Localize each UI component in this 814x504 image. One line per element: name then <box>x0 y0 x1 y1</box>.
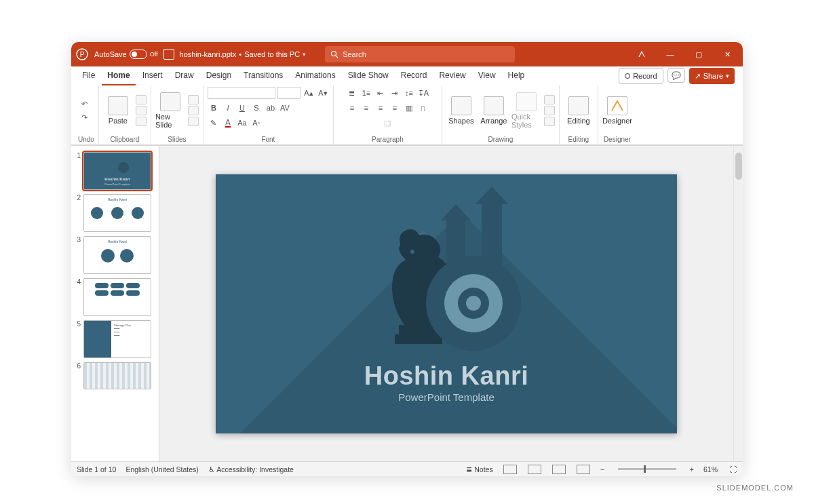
bold-button[interactable]: B <box>208 102 220 114</box>
tab-animations[interactable]: Animations <box>290 66 341 85</box>
coming-soon-icon[interactable] <box>630 42 653 66</box>
slide-counter[interactable]: Slide 1 of 10 <box>77 465 116 473</box>
vertical-scrollbar[interactable] <box>733 146 743 461</box>
align-text-button[interactable]: ⎍ <box>417 102 429 114</box>
maximize-button[interactable]: ▢ <box>687 42 710 66</box>
tab-review[interactable]: Review <box>433 66 471 85</box>
font-family-select[interactable] <box>208 87 275 99</box>
thumbnail-row[interactable]: 1 Hoshin Kanri PowerPoint Template <box>71 150 159 192</box>
autosave-toggle[interactable]: AutoSave Off <box>94 50 158 59</box>
cut-button[interactable] <box>136 95 147 104</box>
paste-button[interactable]: Paste <box>103 96 133 125</box>
convert-smartart-button[interactable]: ⬚ <box>381 117 393 129</box>
increase-indent-button[interactable]: ⇥ <box>389 87 401 99</box>
text-direction-button[interactable]: ↧A <box>417 87 429 99</box>
minimize-button[interactable]: — <box>659 42 682 66</box>
redo-button[interactable]: ↷ <box>78 111 90 123</box>
clear-format-button[interactable]: A◦ <box>250 117 263 129</box>
tab-insert[interactable]: Insert <box>137 66 168 85</box>
scrollbar-thumb[interactable] <box>735 153 742 180</box>
slide-canvas[interactable]: Hoshin Kanri PowerPoint Template <box>216 174 677 433</box>
editing-button[interactable]: Editing <box>564 96 594 125</box>
change-case-button[interactable]: Aa <box>236 117 248 129</box>
comments-button[interactable]: 💬 <box>667 68 685 83</box>
shadow-button[interactable]: ab <box>265 102 277 114</box>
line-spacing-button[interactable]: ↕≡ <box>403 87 415 99</box>
tab-design[interactable]: Design <box>201 66 237 85</box>
thumbnail-row[interactable]: 6 <box>71 360 159 391</box>
tab-transitions[interactable]: Transitions <box>238 66 288 85</box>
layout-button[interactable] <box>188 95 199 104</box>
align-left-button[interactable]: ≡ <box>346 102 358 114</box>
underline-button[interactable]: U <box>236 102 248 114</box>
decrease-indent-button[interactable]: ⇤ <box>374 87 387 99</box>
align-center-button[interactable]: ≡ <box>360 102 372 114</box>
slide-thumbnail-1[interactable]: Hoshin Kanri PowerPoint Template <box>83 152 151 190</box>
undo-button[interactable]: ↶ <box>78 98 90 110</box>
thumbnail-row[interactable]: 2 Hoshin Kanri <box>71 192 159 234</box>
format-painter-button[interactable] <box>136 117 147 126</box>
shape-fill-button[interactable] <box>544 95 555 104</box>
document-title[interactable]: hoshin-kanri.pptx • Saved to this PC ▾ <box>180 50 307 58</box>
normal-view-button[interactable] <box>503 465 517 474</box>
shapes-button[interactable]: Shapes <box>446 96 476 125</box>
numbering-button[interactable]: 1≡ <box>360 87 372 99</box>
zoom-knob[interactable] <box>644 465 646 473</box>
tab-home[interactable]: Home <box>102 66 135 85</box>
slide-thumbnail-3[interactable]: Hoshin Kanri <box>83 236 151 274</box>
share-button[interactable]: ↗Share▾ <box>689 68 735 84</box>
close-button[interactable]: ✕ <box>716 42 739 66</box>
slide-thumbnail-4[interactable] <box>83 278 151 316</box>
tab-draw[interactable]: Draw <box>170 66 199 85</box>
save-icon[interactable] <box>163 49 174 60</box>
font-size-select[interactable] <box>277 87 301 99</box>
shape-effects-button[interactable] <box>544 117 555 126</box>
tab-view[interactable]: View <box>473 66 501 85</box>
thumbnail-row[interactable]: 3 Hoshin Kanri <box>71 234 159 276</box>
tab-slideshow[interactable]: Slide Show <box>343 66 394 85</box>
justify-button[interactable]: ≡ <box>389 102 401 114</box>
tab-file[interactable]: File <box>77 66 100 85</box>
thumbnail-row[interactable]: 4 <box>71 276 159 318</box>
bullets-button[interactable]: ≣ <box>346 87 358 99</box>
slide-thumbnail-panel[interactable]: 1 Hoshin Kanri PowerPoint Template 2 Hos… <box>71 146 159 461</box>
slide-thumbnail-2[interactable]: Hoshin Kanri <box>83 194 151 232</box>
increase-font-button[interactable]: A▴ <box>303 87 315 99</box>
slide-canvas-area[interactable]: Hoshin Kanri PowerPoint Template <box>159 146 733 461</box>
quick-styles-button[interactable]: Quick Styles <box>511 92 541 129</box>
font-color-button[interactable]: A <box>222 117 234 129</box>
columns-button[interactable]: ▥ <box>403 102 415 114</box>
section-button[interactable] <box>188 117 199 126</box>
align-right-button[interactable]: ≡ <box>374 102 387 114</box>
copy-button[interactable] <box>136 106 147 115</box>
slide-thumbnail-5[interactable]: Strategic Plan━━━━━━━━━━━━ <box>83 320 151 358</box>
new-slide-button[interactable]: New Slide <box>155 92 185 129</box>
zoom-in-button[interactable]: + <box>690 465 694 473</box>
notes-button[interactable]: ≣ Notes <box>466 465 492 473</box>
zoom-percent[interactable]: 61% <box>703 465 718 473</box>
fit-window-button[interactable]: ⛶ <box>730 465 737 473</box>
language-status[interactable]: English (United States) <box>125 465 198 473</box>
zoom-slider[interactable] <box>618 468 676 470</box>
spacing-button[interactable]: AV <box>279 102 291 114</box>
strikethrough-button[interactable]: S <box>250 102 263 114</box>
reading-view-button[interactable] <box>552 465 566 474</box>
shape-outline-button[interactable] <box>544 106 555 115</box>
tab-record[interactable]: Record <box>395 66 433 85</box>
slideshow-view-button[interactable] <box>577 465 590 474</box>
reset-button[interactable] <box>188 106 199 115</box>
accessibility-status[interactable]: ♿︎ Accessibility: Investigate <box>208 465 294 473</box>
arrange-button[interactable]: Arrange <box>479 96 509 125</box>
decrease-font-button[interactable]: A▾ <box>317 87 329 99</box>
designer-button[interactable]: Designer <box>602 96 632 125</box>
slide-thumbnail-6[interactable] <box>83 362 151 389</box>
zoom-out-button[interactable]: − <box>600 465 604 473</box>
search-input[interactable] <box>343 50 509 58</box>
thumbnail-row[interactable]: 5 Strategic Plan━━━━━━━━━━━━ <box>71 318 159 360</box>
highlight-button[interactable]: ✎ <box>208 117 220 129</box>
sorter-view-button[interactable] <box>528 465 541 474</box>
search-box[interactable] <box>325 46 515 62</box>
record-button[interactable]: Record <box>619 68 663 84</box>
italic-button[interactable]: I <box>222 102 234 114</box>
tab-help[interactable]: Help <box>503 66 530 85</box>
